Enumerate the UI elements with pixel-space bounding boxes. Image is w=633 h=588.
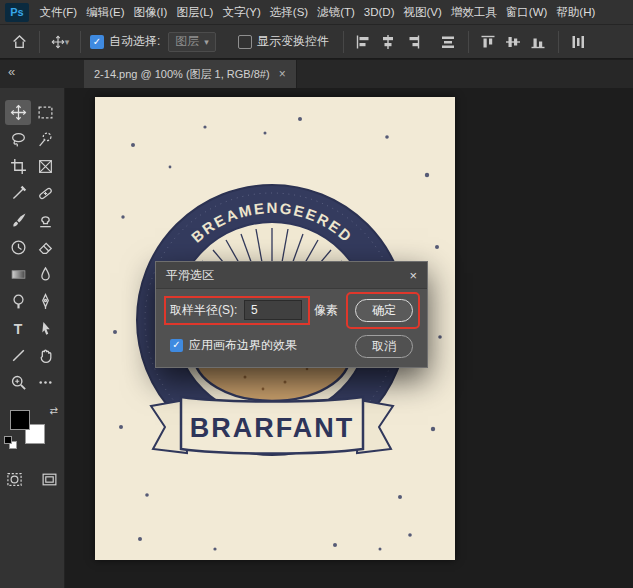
close-tab-icon[interactable]: × bbox=[279, 67, 286, 81]
divider bbox=[558, 31, 559, 53]
pen-icon bbox=[37, 293, 54, 310]
tool-line[interactable] bbox=[5, 343, 31, 368]
menu-filter[interactable]: 滤镜(T) bbox=[313, 5, 360, 20]
tool-healing[interactable] bbox=[32, 181, 58, 206]
photoshop-logo: Ps bbox=[5, 3, 29, 22]
tool-pen[interactable] bbox=[32, 289, 58, 314]
hand-icon bbox=[37, 347, 54, 364]
divider bbox=[80, 31, 81, 53]
blur-drop-icon bbox=[37, 266, 54, 283]
dodge-icon bbox=[10, 293, 27, 310]
align-top-icon bbox=[480, 34, 496, 50]
quick-mask-icon bbox=[6, 471, 23, 488]
history-brush-icon bbox=[10, 239, 27, 256]
auto-select-checkbox[interactable]: ✓ bbox=[90, 35, 104, 49]
distribute-horizontal-icon bbox=[440, 34, 456, 50]
default-colors-icon[interactable] bbox=[4, 436, 12, 444]
move-tool-preset-button[interactable]: ▾ bbox=[47, 29, 73, 55]
menu-edit[interactable]: 编辑(E) bbox=[82, 5, 129, 20]
auto-select-target-value: 图层 bbox=[175, 33, 199, 50]
tool-move[interactable] bbox=[5, 100, 31, 125]
dialog-titlebar[interactable]: 平滑选区 × bbox=[156, 262, 427, 289]
show-transform-checkbox[interactable] bbox=[238, 35, 252, 49]
tool-eraser[interactable] bbox=[32, 235, 58, 260]
menu-layer[interactable]: 图层(L) bbox=[172, 5, 218, 20]
gradient-icon bbox=[10, 266, 27, 283]
menu-type[interactable]: 文字(Y) bbox=[218, 5, 265, 20]
menu-3d[interactable]: 3D(D) bbox=[359, 6, 399, 18]
brush-icon bbox=[10, 212, 27, 229]
tool-blur[interactable] bbox=[32, 262, 58, 287]
distribute-vertical-icon bbox=[570, 34, 586, 50]
distribute-vertical-button[interactable] bbox=[566, 30, 591, 54]
move-icon bbox=[51, 35, 65, 49]
tool-clone-stamp[interactable] bbox=[32, 208, 58, 233]
screen-mode-button[interactable] bbox=[37, 467, 63, 492]
menu-file[interactable]: 文件(F) bbox=[35, 5, 82, 20]
dialog-title: 平滑选区 bbox=[166, 267, 214, 284]
quick-select-icon bbox=[37, 131, 54, 148]
foreground-color-swatch[interactable] bbox=[10, 410, 30, 430]
align-bottom-button[interactable] bbox=[526, 30, 551, 54]
document-tab[interactable]: 2-14.png @ 100% (图层 1, RGB/8#) × bbox=[84, 60, 297, 88]
options-bar: ▾ ✓ 自动选择: 图层 ▾ 显示变换控件 bbox=[0, 25, 633, 59]
align-middle-vertical-button[interactable] bbox=[501, 30, 526, 54]
menu-help[interactable]: 帮助(H) bbox=[552, 5, 600, 20]
align-right-icon bbox=[405, 34, 421, 50]
zoom-icon bbox=[10, 374, 27, 391]
ellipsis-icon bbox=[37, 374, 54, 391]
photoshop-window: Ps 文件(F) 编辑(E) 图像(I) 图层(L) 文字(Y) 选择(S) 滤… bbox=[0, 0, 633, 588]
tool-more[interactable] bbox=[32, 370, 58, 395]
switch-colors-icon[interactable]: ⇄ bbox=[50, 405, 58, 416]
smooth-selection-dialog: 平滑选区 × 取样半径(S): 像素 确定 取消 ✓ 应用画布边界的效果 bbox=[155, 261, 428, 368]
tool-dodge[interactable] bbox=[5, 289, 31, 314]
clone-stamp-icon bbox=[37, 212, 54, 229]
auto-select-label: 自动选择: bbox=[109, 33, 160, 50]
menu-select[interactable]: 选择(S) bbox=[265, 5, 312, 20]
menu-window[interactable]: 窗口(W) bbox=[501, 5, 552, 20]
distribute-horizontal-button[interactable] bbox=[436, 30, 461, 54]
tool-zoom[interactable] bbox=[5, 370, 31, 395]
quick-mask-button[interactable] bbox=[2, 467, 28, 492]
tab-bar: « 2-14.png @ 100% (图层 1, RGB/8#) × bbox=[0, 60, 633, 88]
tool-path-select[interactable] bbox=[32, 316, 58, 341]
apply-canvas-bounds-label: 应用画布边界的效果 bbox=[189, 337, 297, 354]
healing-brush-icon bbox=[37, 185, 54, 202]
align-center-horizontal-button[interactable] bbox=[376, 30, 401, 54]
sample-radius-label: 取样半径(S): bbox=[170, 299, 237, 321]
menu-plugins[interactable]: 增效工具 bbox=[446, 5, 501, 20]
tool-brush[interactable] bbox=[5, 208, 31, 233]
tool-hand[interactable] bbox=[32, 343, 58, 368]
menu-view[interactable]: 视图(V) bbox=[399, 5, 446, 20]
apply-canvas-bounds-checkbox[interactable]: ✓ bbox=[170, 339, 183, 352]
cancel-button[interactable]: 取消 bbox=[355, 335, 413, 358]
align-left-button[interactable] bbox=[351, 30, 376, 54]
collapse-panel-icon[interactable]: « bbox=[8, 64, 15, 79]
align-center-horizontal-icon bbox=[380, 34, 396, 50]
dialog-close-icon[interactable]: × bbox=[409, 268, 417, 283]
divider bbox=[39, 31, 40, 53]
sample-radius-input[interactable] bbox=[244, 300, 302, 320]
align-top-button[interactable] bbox=[476, 30, 501, 54]
tool-quick-select[interactable] bbox=[32, 127, 58, 152]
align-bottom-icon bbox=[530, 34, 546, 50]
tool-marquee[interactable] bbox=[32, 100, 58, 125]
ok-button[interactable]: 确定 bbox=[355, 299, 413, 322]
auto-select-target-dropdown[interactable]: 图层 ▾ bbox=[168, 32, 216, 52]
tool-lasso[interactable] bbox=[5, 127, 31, 152]
type-tool-icon: T bbox=[14, 321, 23, 337]
show-transform-label: 显示变换控件 bbox=[257, 33, 329, 50]
tool-history-brush[interactable] bbox=[5, 235, 31, 260]
tool-frame[interactable] bbox=[32, 154, 58, 179]
tool-eyedropper[interactable] bbox=[5, 181, 31, 206]
move-icon bbox=[10, 104, 27, 121]
eraser-icon bbox=[37, 239, 54, 256]
menu-image[interactable]: 图像(I) bbox=[129, 5, 172, 20]
align-right-button[interactable] bbox=[401, 30, 426, 54]
tool-crop[interactable] bbox=[5, 154, 31, 179]
tools-panel: T ⇄ bbox=[0, 88, 65, 588]
tool-gradient[interactable] bbox=[5, 262, 31, 287]
lasso-icon bbox=[10, 131, 27, 148]
tool-type[interactable]: T bbox=[5, 316, 31, 341]
home-button[interactable] bbox=[6, 29, 32, 55]
